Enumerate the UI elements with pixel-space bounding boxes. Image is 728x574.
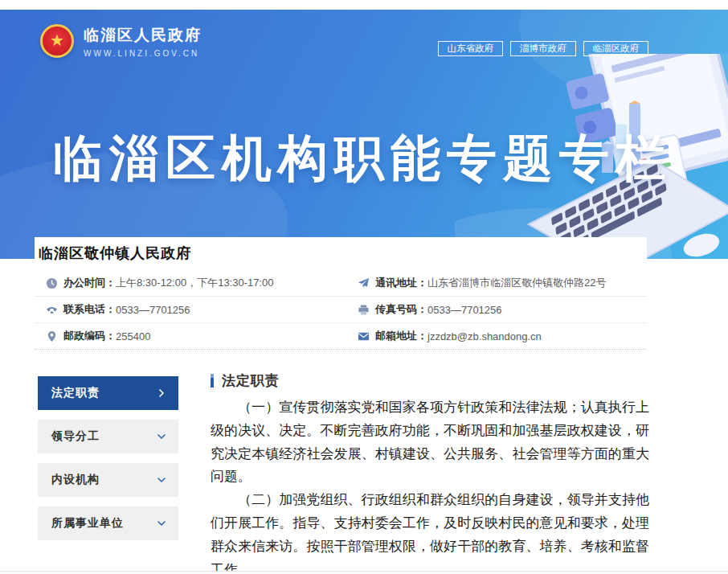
info-row: 办公时间： 上午8:30-12:00，下午13:30-17:00 通讯地址： 山… xyxy=(35,270,647,297)
info-item-office-hours: 办公时间： 上午8:30-12:00，下午13:30-17:00 xyxy=(35,270,358,296)
info-label: 传真号码： xyxy=(375,302,427,317)
info-row: 邮政编码： 255400 邮箱地址： jzzdzb@zb.shandong.cn xyxy=(35,323,647,350)
info-row: 联系电话： 0533—7701256 传真号码： 0533—7701256 xyxy=(35,297,647,323)
info-item-email: 邮箱地址： jzzdzb@zb.shandong.cn xyxy=(358,323,647,349)
location-pin-icon xyxy=(46,330,58,342)
sidebar: 法定职责 领导分工 内设机构 所属事业单位 xyxy=(38,376,178,550)
phone-icon xyxy=(46,304,58,316)
page-bottom-divider xyxy=(0,571,728,574)
agency-title: 临淄区敬仲镇人民政府 xyxy=(35,237,647,269)
info-label: 邮箱地址： xyxy=(375,329,427,343)
sidebar-item-label: 法定职责 xyxy=(51,386,100,400)
info-value: 255400 xyxy=(116,330,150,342)
fax-printer-icon xyxy=(358,304,370,316)
agency-card: 临淄区敬仲镇人民政府 xyxy=(35,237,647,269)
info-item-phone: 联系电话： 0533—7701256 xyxy=(35,297,358,322)
info-label: 邮政编码： xyxy=(63,329,116,343)
chevron-down-icon xyxy=(157,432,166,441)
paragraph-2: （二）加强党组织、行政组织和群众组织的自身建设，领导并支持他们开展工作。指导、支… xyxy=(211,488,649,574)
info-item-postcode: 邮政编码： 255400 xyxy=(35,323,358,349)
chevron-down-icon xyxy=(157,519,166,528)
sidebar-item-label: 领导分工 xyxy=(51,429,100,444)
info-value: 山东省淄博市临淄区敬仲镇敬仲路22号 xyxy=(427,276,606,290)
gov-links: 山东省政府 淄博市政府 临淄区政府 xyxy=(431,41,649,56)
content-heading: 法定职责 xyxy=(211,371,649,390)
link-linzi-gov[interactable]: 临淄区政府 xyxy=(583,41,649,56)
paragraph-1: （一）宣传贯彻落实党和国家各项方针政策和法律法规；认真执行上级的决议、决定。不断… xyxy=(211,396,649,488)
info-item-fax: 传真号码： 0533—7701256 xyxy=(358,297,647,322)
info-label: 通讯地址： xyxy=(375,276,427,290)
chevron-right-icon xyxy=(157,388,166,398)
sidebar-item-label: 所属事业单位 xyxy=(51,516,124,531)
info-label: 联系电话： xyxy=(63,302,116,317)
site-name: 临淄区人民政府 xyxy=(84,25,202,46)
envelope-icon xyxy=(358,330,370,342)
national-emblem-icon[interactable]: ★ xyxy=(40,24,74,58)
info-value: jzzdzb@zb.shandong.cn xyxy=(427,330,542,342)
site-title[interactable]: 临淄区人民政府 WWW.LINZI.GOV.CN xyxy=(84,25,202,58)
content-heading-text: 法定职责 xyxy=(222,371,280,390)
send-icon xyxy=(358,277,370,289)
info-value: 0533—7701256 xyxy=(116,304,190,316)
main-content: 法定职责 （一）宣传贯彻落实党和国家各项方针政策和法律法规；认真执行上级的决议、… xyxy=(211,371,649,574)
info-item-address: 通讯地址： 山东省淄博市临淄区敬仲镇敬仲路22号 xyxy=(358,270,647,296)
sidebar-item-leadership[interactable]: 领导分工 xyxy=(38,420,178,453)
site-header: ★ 临淄区人民政府 WWW.LINZI.GOV.CN xyxy=(40,24,202,58)
sidebar-item-label: 内设机构 xyxy=(51,473,100,487)
page: ★ 临淄区人民政府 WWW.LINZI.GOV.CN 山东省政府 淄博市政府 临… xyxy=(0,0,728,574)
link-zibo-gov[interactable]: 淄博市政府 xyxy=(510,41,576,56)
banner: ★ 临淄区人民政府 WWW.LINZI.GOV.CN 山东省政府 淄博市政府 临… xyxy=(0,10,728,259)
site-url: WWW.LINZI.GOV.CN xyxy=(84,49,202,58)
sidebar-item-internal-orgs[interactable]: 内设机构 xyxy=(38,463,178,497)
info-value: 上午8:30-12:00，下午13:30-17:00 xyxy=(116,276,274,290)
top-strip xyxy=(0,0,728,10)
content-body: （一）宣传贯彻落实党和国家各项方针政策和法律法规；认真执行上级的决议、决定。不断… xyxy=(211,396,649,574)
clock-icon xyxy=(46,277,58,289)
heading-accent-bar xyxy=(211,374,214,387)
sidebar-item-subordinate-units[interactable]: 所属事业单位 xyxy=(38,506,178,540)
agency-info-section: 办公时间： 上午8:30-12:00，下午13:30-17:00 通讯地址： 山… xyxy=(35,270,647,350)
link-shandong-gov[interactable]: 山东省政府 xyxy=(438,41,504,56)
banner-title: 临淄区机构职能专题专栏 xyxy=(53,125,654,192)
sidebar-item-legal-duties[interactable]: 法定职责 xyxy=(38,376,178,410)
info-label: 办公时间： xyxy=(63,276,116,290)
info-value: 0533—7701256 xyxy=(427,304,502,316)
chevron-down-icon xyxy=(157,475,166,485)
